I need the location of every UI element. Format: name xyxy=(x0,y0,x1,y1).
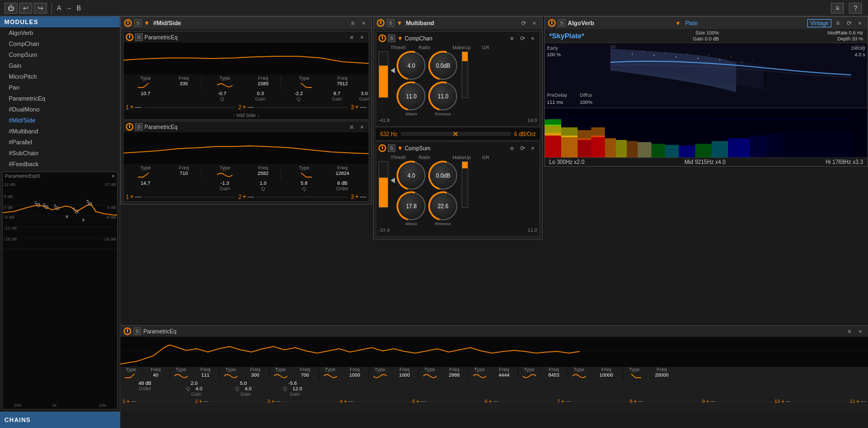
algoverb-vintage-button[interactable]: Vintage xyxy=(807,19,831,27)
sidebar-item-parametriceq[interactable]: ParametricEq xyxy=(0,93,120,104)
bottom-band-rem-5[interactable]: — xyxy=(421,398,426,404)
sidebar-item-multiband[interactable]: #Multiband xyxy=(0,126,120,137)
peq2-band2-remove[interactable]: — xyxy=(247,193,254,201)
compchan-attack-knob[interactable]: 11.0 xyxy=(397,82,426,110)
multiband-freq-slider[interactable]: ✕ xyxy=(401,132,511,136)
bottom-band-add-2[interactable]: + xyxy=(199,398,202,404)
midside-s-button[interactable]: S xyxy=(134,19,142,27)
bottom-peq-power-button[interactable] xyxy=(124,327,131,335)
compchan-thresh-bar[interactable] xyxy=(378,51,388,98)
bottom-band-rem-7[interactable]: — xyxy=(566,398,570,404)
compsum-s-button[interactable]: S xyxy=(388,144,395,152)
bottom-band-rem-4[interactable]: — xyxy=(348,398,353,404)
peq2-band1-add[interactable]: + xyxy=(130,193,134,201)
compsum-thresh-bar[interactable] xyxy=(378,161,388,208)
sidebar-item-dualmono[interactable]: #DualMono xyxy=(0,104,120,115)
midside-close-button[interactable]: × xyxy=(359,19,368,27)
compsum-menu-button[interactable]: ≡ xyxy=(508,144,516,153)
bottom-band-add-4[interactable]: + xyxy=(343,398,347,404)
bottom-band-add-3[interactable]: + xyxy=(271,398,275,404)
sidebar-item-feedback[interactable]: #Feedback xyxy=(0,159,120,169)
compsum-gr-bar[interactable] xyxy=(462,161,468,208)
eq-mini-close[interactable]: × xyxy=(112,173,115,179)
algoverb-power-button[interactable] xyxy=(548,19,556,27)
bottom-band-add-5[interactable]: + xyxy=(416,398,420,404)
sidebar-item-compsum[interactable]: CompSum xyxy=(0,49,120,60)
algoverb-close-button[interactable]: × xyxy=(855,19,864,27)
midside-power-button[interactable] xyxy=(124,19,132,27)
bottom-band-add-10[interactable]: + xyxy=(781,398,784,404)
bottom-band-rem-3[interactable]: — xyxy=(276,398,281,404)
peq1-s-button[interactable]: S xyxy=(135,33,143,41)
bottom-band-add-11[interactable]: + xyxy=(857,398,860,404)
peq2-s-button[interactable]: S xyxy=(135,123,143,131)
compsum-attack-knob[interactable]: 17.8 xyxy=(397,192,426,220)
sidebar-item-compchan[interactable]: CompChan xyxy=(0,38,120,49)
multiband-reset-button[interactable]: ⟳ xyxy=(519,19,528,27)
compsum-power-button[interactable] xyxy=(378,144,386,152)
sidebar-item-algoverb[interactable]: AlgoVerb xyxy=(0,27,120,38)
peq1-close-button[interactable]: × xyxy=(358,33,366,42)
bottom-band-add-9[interactable]: + xyxy=(706,398,709,404)
compsum-reset-button[interactable]: ⟳ xyxy=(518,144,527,153)
midside-menu-button[interactable]: ≡ xyxy=(348,19,357,27)
bottom-band-add-6[interactable]: + xyxy=(488,398,492,404)
undo-button[interactable]: ↩ xyxy=(19,3,32,14)
bottom-band-add-7[interactable]: + xyxy=(561,398,564,404)
power-icon[interactable]: ⏻ xyxy=(4,3,18,14)
bottom-band-rem-2[interactable]: — xyxy=(203,398,208,404)
menu-button[interactable]: ≡ xyxy=(831,3,844,14)
peq1-band2-add[interactable]: + xyxy=(242,103,246,111)
compsum-release-knob[interactable]: 22.6 xyxy=(429,192,457,220)
compchan-reset-button[interactable]: ⟳ xyxy=(518,34,527,43)
compchan-gr-bar[interactable] xyxy=(462,51,468,98)
peq1-band1-remove[interactable]: — xyxy=(135,103,142,111)
bottom-peq-close-button[interactable]: × xyxy=(856,327,865,336)
peq1-band1-add[interactable]: + xyxy=(130,103,134,111)
algoverb-menu-button[interactable]: ≡ xyxy=(834,19,842,27)
peq1-band3-add[interactable]: + xyxy=(355,103,359,111)
compsum-makeup-knob[interactable]: 0.0dB xyxy=(429,161,457,190)
redo-button[interactable]: ↪ xyxy=(34,3,47,14)
compchan-power-button[interactable] xyxy=(378,34,386,42)
sidebar-item-micropitch[interactable]: MicroPitch xyxy=(0,71,120,82)
peq2-power-button[interactable] xyxy=(126,123,133,131)
bottom-band-add-1[interactable]: + xyxy=(126,398,130,404)
peq2-band3-add[interactable]: + xyxy=(355,193,359,201)
peq2-close-button[interactable]: × xyxy=(358,122,366,131)
sidebar-item-pan[interactable]: Pan xyxy=(0,82,120,93)
bottom-band-add-8[interactable]: + xyxy=(633,398,637,404)
sidebar-item-parallel[interactable]: #Parallel xyxy=(0,137,120,148)
compchan-menu-button[interactable]: ≡ xyxy=(508,34,516,43)
peq2-band1-remove[interactable]: — xyxy=(135,193,142,201)
compchan-release-knob[interactable]: 11.0 xyxy=(429,82,457,110)
compchan-makeup-knob[interactable]: 0.0dB xyxy=(429,51,457,80)
algoverb-s-button[interactable]: S xyxy=(558,19,566,27)
compchan-ratio-knob[interactable]: 4.0 xyxy=(397,51,426,80)
bottom-band-rem-6[interactable]: — xyxy=(493,398,498,404)
bottom-peq-menu-button[interactable]: ≡ xyxy=(845,327,854,336)
peq2-band2-add[interactable]: + xyxy=(242,193,246,201)
compchan-close-button[interactable]: × xyxy=(528,34,537,43)
bottom-band-rem-8[interactable]: — xyxy=(638,398,643,404)
multiband-s-button[interactable]: S xyxy=(387,19,394,27)
peq2-menu-button[interactable]: ≡ xyxy=(347,122,356,131)
multiband-power-button[interactable] xyxy=(377,19,385,27)
peq1-menu-button[interactable]: ≡ xyxy=(347,33,356,42)
peq1-band3-remove[interactable]: — xyxy=(360,103,366,111)
sidebar-item-subchain[interactable]: #SubChain xyxy=(0,148,120,159)
bottom-peq-s-button[interactable]: S xyxy=(133,327,141,335)
multiband-close-button[interactable]: × xyxy=(530,19,539,27)
bottom-band-rem-10[interactable]: — xyxy=(786,398,791,404)
algoverb-reset-button[interactable]: ⟳ xyxy=(844,19,853,27)
peq1-power-button[interactable] xyxy=(126,33,133,41)
sidebar-item-midside[interactable]: #Mid/Side xyxy=(0,115,120,126)
bottom-band-rem-9[interactable]: — xyxy=(710,398,715,404)
bottom-band-rem-1[interactable]: — xyxy=(131,398,136,404)
bottom-band-rem-11[interactable]: — xyxy=(861,398,866,404)
help-button[interactable]: ? xyxy=(849,3,862,14)
compsum-close-button[interactable]: × xyxy=(528,144,537,153)
sidebar-item-gain[interactable]: Gain xyxy=(0,60,120,71)
compsum-ratio-knob[interactable]: 4.0 xyxy=(397,161,426,190)
peq1-band2-remove[interactable]: — xyxy=(247,103,254,111)
